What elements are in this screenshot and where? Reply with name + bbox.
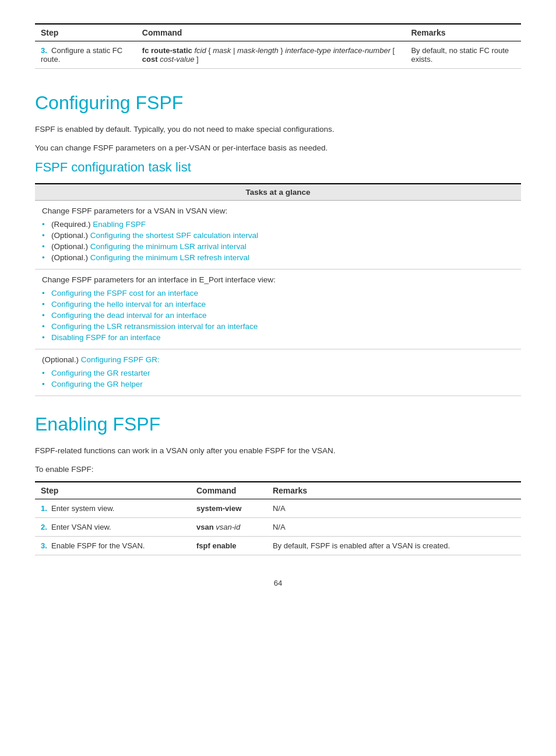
- top-table-command-header: Command: [136, 24, 406, 41]
- step-cell: 1. Enter system view.: [35, 499, 191, 518]
- group1-label: Change FSPF parameters for a VSAN in VSA…: [42, 206, 514, 215]
- group3-list: Configuring the GR restarter Configuring…: [42, 368, 514, 390]
- configuring-fspf-title: Configuring FSPF: [35, 92, 521, 114]
- top-static-route-table: Step Command Remarks 3. Configure a stat…: [35, 23, 521, 69]
- command-text: system-view: [196, 504, 241, 513]
- group3-prefix: (Optional.): [42, 355, 81, 364]
- lsr-refresh-link[interactable]: Configuring the minimum LSR refresh inte…: [90, 253, 249, 262]
- list-item: Configuring the FSPF cost for an interfa…: [42, 288, 514, 299]
- remarks-cell: By default, no static FC route exists.: [405, 41, 521, 69]
- fspf-para1: FSPF is enabled by default. Typically, y…: [35, 123, 521, 136]
- list-item: Disabling FSPF for an interface: [42, 332, 514, 343]
- fspf-gr-link[interactable]: Configuring FSPF GR:: [81, 355, 160, 364]
- lsr-retransmission-link[interactable]: Configuring the LSR retransmission inter…: [51, 322, 258, 331]
- spf-interval-link[interactable]: Configuring the shortest SPF calculation…: [90, 231, 258, 240]
- step-label: Configure a static FC route.: [41, 46, 122, 64]
- table-row: 1. Enter system view. system-view N/A: [35, 499, 521, 518]
- step-cell: 2. Enter VSAN view.: [35, 518, 191, 537]
- page-number: 64: [35, 579, 521, 587]
- cmd-table-step-header: Step: [35, 482, 191, 499]
- task-group-3: (Optional.) Configuring FSPF GR: Configu…: [35, 349, 521, 396]
- step-number: 1.: [41, 504, 47, 513]
- group2-label: Change FSPF parameters for an interface …: [42, 275, 514, 284]
- gr-helper-link[interactable]: Configuring the GR helper: [51, 380, 143, 388]
- command-cell: fspf enable: [191, 537, 267, 555]
- remarks-cell: By default, FSPF is enabled after a VSAN…: [267, 537, 521, 555]
- step-label: Enter system view.: [51, 504, 114, 513]
- list-item: (Required.) Enabling FSPF: [42, 219, 514, 230]
- list-item: (Optional.) Configuring the shortest SPF…: [42, 230, 514, 241]
- group2-list: Configuring the FSPF cost for an interfa…: [42, 288, 514, 343]
- enabling-fspf-title: Enabling FSPF: [35, 414, 521, 435]
- cmd-table-command-header: Command: [191, 482, 267, 499]
- task-group-1: Change FSPF parameters for a VSAN in VSA…: [35, 201, 521, 270]
- group3-label: (Optional.) Configuring FSPF GR:: [42, 355, 514, 364]
- command-cell: fc route-static fcid { mask | mask-lengt…: [136, 41, 406, 69]
- list-item: (Optional.) Configuring the minimum LSR …: [42, 252, 514, 263]
- list-item: Configuring the GR helper: [42, 379, 514, 390]
- top-table-remarks-header: Remarks: [405, 24, 521, 41]
- enabling-para2: To enable FSPF:: [35, 463, 521, 476]
- group1-list: (Required.) Enabling FSPF (Optional.) Co…: [42, 219, 514, 263]
- item-prefix: (Optional.): [51, 242, 90, 251]
- enabling-fspf-table: Step Command Remarks 1. Enter system vie…: [35, 481, 521, 555]
- list-item: Configuring the GR restarter: [42, 368, 514, 379]
- step-number: 2.: [41, 523, 47, 531]
- table-row: 3. Configure a static FC route. fc route…: [35, 41, 521, 69]
- fspf-para2: You can change FSPF parameters on a per-…: [35, 142, 521, 155]
- dead-interval-link[interactable]: Configuring the dead interval for an int…: [51, 311, 206, 320]
- list-item: (Optional.) Configuring the minimum LSR …: [42, 241, 514, 252]
- step-label: Enter VSAN view.: [51, 523, 111, 531]
- item-prefix: (Optional.): [51, 231, 90, 240]
- lsr-arrival-link[interactable]: Configuring the minimum LSR arrival inte…: [90, 242, 247, 251]
- gr-restarter-link[interactable]: Configuring the GR restarter: [51, 369, 150, 377]
- fspf-task-list-title: FSPF configuration task list: [35, 160, 521, 175]
- task-group-2: Change FSPF parameters for an interface …: [35, 270, 521, 349]
- task-list-table: Tasks at a glance Change FSPF parameters…: [35, 183, 521, 396]
- command-text: fspf enable: [196, 541, 237, 550]
- top-table-step-header: Step: [35, 24, 136, 41]
- step-cell: 3. Enable FSPF for the VSAN.: [35, 537, 191, 555]
- fspf-cost-link[interactable]: Configuring the FSPF cost for an interfa…: [51, 289, 198, 298]
- cmd-table-remarks-header: Remarks: [267, 482, 521, 499]
- remarks-cell: N/A: [267, 518, 521, 537]
- command-cell: vsan vsan-id: [191, 518, 267, 537]
- enabling-fspf-link[interactable]: Enabling FSPF: [93, 220, 146, 229]
- table-row: 3. Enable FSPF for the VSAN. fspf enable…: [35, 537, 521, 555]
- step-cell: 3. Configure a static FC route.: [35, 41, 136, 69]
- step-number: 3.: [41, 46, 47, 55]
- tasks-at-a-glance-header: Tasks at a glance: [35, 184, 521, 201]
- step-label: Enable FSPF for the VSAN.: [51, 541, 145, 550]
- enabling-para1: FSPF-related functions can work in a VSA…: [35, 444, 521, 457]
- step-number: 3.: [41, 541, 47, 550]
- list-item: Configuring the LSR retransmission inter…: [42, 321, 514, 332]
- hello-interval-link[interactable]: Configuring the hello interval for an in…: [51, 300, 206, 309]
- command-cell: system-view: [191, 499, 267, 518]
- list-item: Configuring the hello interval for an in…: [42, 299, 514, 310]
- remarks-cell: N/A: [267, 499, 521, 518]
- disable-fspf-link[interactable]: Disabling FSPF for an interface: [51, 333, 161, 342]
- item-prefix: (Required.): [51, 220, 93, 229]
- table-row: 2. Enter VSAN view. vsan vsan-id N/A: [35, 518, 521, 537]
- item-prefix: (Optional.): [51, 253, 90, 262]
- list-item: Configuring the dead interval for an int…: [42, 310, 514, 321]
